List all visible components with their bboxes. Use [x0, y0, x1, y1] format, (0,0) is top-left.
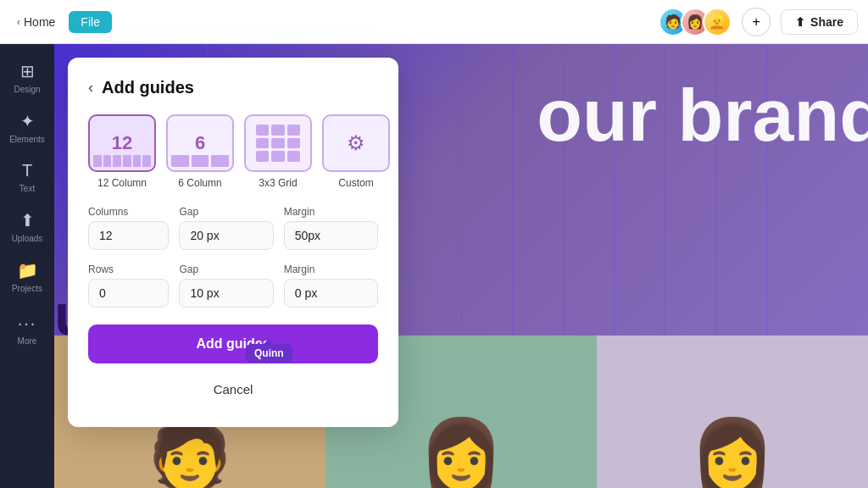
home-button[interactable]: ‹ Home: [10, 12, 62, 32]
preset-12col-box: 12: [88, 114, 156, 172]
preset-3x3-box: [244, 114, 312, 172]
speaker-face-icon: 👩: [690, 420, 775, 488]
preset-6col-label: 6 Column: [178, 177, 221, 189]
dialog-overlay: ‹ Add guides 12 12 Column: [54, 44, 410, 488]
user-tooltip: Quinn: [246, 344, 292, 363]
preset-6col[interactable]: 6 6 Column: [166, 114, 234, 189]
margin-label-1: Margin: [284, 206, 378, 218]
sidebar-item-label: Projects: [12, 284, 42, 293]
speaker-photo-3: 👩: [597, 336, 868, 488]
collaborator-avatars: 🧑 👩 👱: [659, 8, 732, 36]
share-label: Share: [810, 15, 843, 29]
margin-label-2: Margin: [284, 263, 378, 275]
sidebar-item-label: Text: [19, 184, 35, 193]
gap-input-1[interactable]: [179, 221, 273, 250]
columns-label: Columns: [88, 206, 169, 218]
share-button[interactable]: ⬆ Share: [781, 9, 858, 35]
home-label: Home: [24, 15, 55, 29]
preset-12col-label: 12 Column: [97, 177, 147, 189]
more-icon: ···: [18, 313, 37, 333]
uploads-icon: ⬆: [20, 210, 35, 230]
columns-group: Columns: [88, 206, 169, 250]
speaker-face-icon: 👩: [419, 420, 504, 488]
cancel-button[interactable]: Cancel: [88, 372, 378, 407]
gap-group-2: Gap: [179, 263, 273, 308]
sidebar-item-uploads[interactable]: ⬆ Uploads: [3, 203, 51, 250]
custom-icon: ⚙: [347, 131, 365, 155]
text-icon: T: [22, 161, 32, 180]
avatar-3: 👱: [703, 8, 732, 36]
rows-input[interactable]: [88, 279, 169, 308]
share-icon: ⬆: [795, 15, 805, 29]
gap-input-2[interactable]: [179, 279, 273, 308]
canvas-brand-text: our brand: [537, 78, 868, 152]
topbar: ‹ Home File 🧑 👩 👱 + ⬆ Share: [0, 0, 868, 44]
sidebar-item-label: Design: [14, 85, 40, 94]
columns-input[interactable]: [88, 221, 169, 250]
sidebar-item-more[interactable]: ··· More: [3, 303, 51, 352]
preset-3x3[interactable]: 3x3 Grid: [244, 114, 312, 189]
preset-3x3-label: 3x3 Grid: [259, 177, 297, 189]
preset-custom-box: ⚙: [322, 114, 390, 172]
design-icon: ⊞: [20, 61, 35, 81]
sidebar-item-projects[interactable]: 📁 Projects: [3, 253, 51, 300]
preset-6col-box: 6: [166, 114, 234, 172]
dialog-title: Add guides: [102, 78, 194, 97]
chevron-left-icon: ‹: [17, 16, 20, 28]
rows-group: Rows: [88, 263, 169, 308]
gap-label-1: Gap: [179, 206, 273, 218]
projects-icon: 📁: [17, 260, 38, 280]
sidebar-item-design[interactable]: ⊞ Design: [3, 54, 51, 101]
add-guides-button[interactable]: Add guides: [88, 324, 378, 363]
grid-3x3-icon: [256, 125, 300, 162]
preset-12col[interactable]: 12 12 Column: [88, 114, 156, 189]
sidebar-item-label: Uploads: [12, 234, 43, 243]
sidebar: ⊞ Design ✦ Elements T Text ⬆ Uploads 📁 P…: [0, 44, 54, 488]
sidebar-item-text[interactable]: T Text: [3, 154, 51, 200]
rows-label: Rows: [88, 263, 169, 275]
margin-input-2[interactable]: [284, 279, 378, 308]
margin-group-2: Margin: [284, 263, 378, 308]
preset-12col-number: 12: [112, 132, 132, 154]
add-collaborator-button[interactable]: +: [742, 8, 771, 36]
sidebar-item-elements[interactable]: ✦ Elements: [3, 104, 51, 151]
file-button[interactable]: File: [69, 11, 112, 33]
preset-custom[interactable]: ⚙ Custom: [322, 114, 390, 189]
rows-row: Rows Gap Margin: [88, 263, 378, 308]
add-guides-dialog: ‹ Add guides 12 12 Column: [68, 58, 398, 427]
back-button[interactable]: ‹: [88, 79, 93, 97]
margin-group-1: Margin: [284, 206, 378, 250]
topbar-left: ‹ Home File: [10, 11, 112, 33]
margin-input-1[interactable]: [284, 221, 378, 250]
grid-presets: 12 12 Column 6: [88, 114, 378, 189]
elements-icon: ✦: [20, 111, 35, 131]
columns-row: Columns Gap Margin: [88, 206, 378, 250]
gap-label-2: Gap: [179, 263, 273, 275]
preset-6col-number: 6: [195, 132, 205, 154]
sidebar-item-label: Elements: [9, 135, 45, 144]
dialog-header: ‹ Add guides: [88, 78, 378, 97]
preset-custom-label: Custom: [338, 177, 373, 189]
gap-group-1: Gap: [179, 206, 273, 250]
sidebar-item-label: More: [18, 336, 37, 346]
topbar-right: 🧑 👩 👱 + ⬆ Share: [659, 8, 858, 36]
